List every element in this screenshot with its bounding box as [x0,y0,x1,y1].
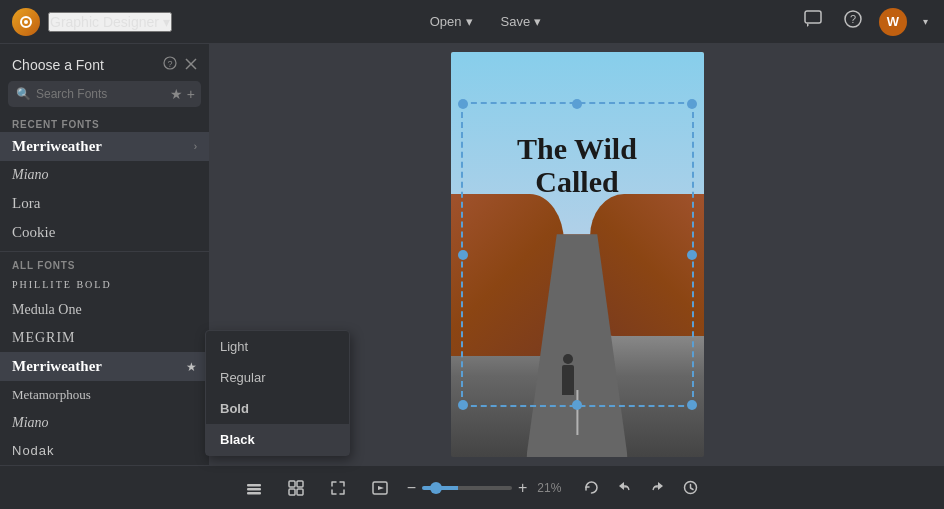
topbar-right: ? W ▾ [799,5,932,38]
font-item-lora-recent[interactable]: Lora [0,189,209,218]
zoom-percentage: 21% [533,481,565,495]
zoom-controls: − + 21% [407,479,566,497]
topbar: Graphic Designer ▾ Open ▾ Save ▾ ? W ▾ [0,0,944,44]
preview-button[interactable] [365,473,395,503]
font-weight-submenu: Light Regular Bold Black [205,330,350,456]
weight-regular[interactable]: Regular [206,362,349,393]
font-name: Medula One [12,302,82,318]
refresh-button[interactable] [577,473,606,502]
font-item-miano-recent[interactable]: Miano [0,161,209,189]
font-list: Recent Fonts Merriweather › Miano Lora C… [0,115,209,465]
app-title-chevron: ▾ [163,14,170,30]
topbar-left: Graphic Designer ▾ [12,8,172,36]
font-name: PHILLITE BOLD [12,279,112,290]
panel-header-icons: ? [163,56,197,73]
svg-point-1 [24,20,28,24]
svg-rect-2 [805,11,821,23]
open-button[interactable]: Open ▾ [420,9,483,34]
divider [0,251,209,252]
road-line [576,390,578,435]
road [526,234,627,457]
expand-button[interactable] [323,473,353,503]
font-name: Miano [12,167,49,183]
person-silhouette [562,365,574,395]
svg-rect-12 [289,481,295,487]
person-body [562,365,574,395]
layers-button[interactable] [239,473,269,503]
favorites-filter-button[interactable]: ★ [170,86,183,102]
chevron-right-icon: › [194,141,197,152]
app-title-button[interactable]: Graphic Designer ▾ [48,12,172,32]
font-name: Merriweather [12,358,102,375]
panel-header: Choose a Font ? [0,44,209,81]
canvas-text-overlay: The Wild Called [477,132,677,198]
app-title-text: Graphic Designer [50,14,159,30]
redo-button[interactable] [643,473,672,502]
font-item-miano-all[interactable]: Miano [0,409,209,437]
person-head [563,354,573,364]
svg-rect-15 [297,489,303,495]
font-name: Merriweather [12,138,102,155]
zoom-out-button[interactable]: − [407,479,416,497]
font-name: Megrim [12,330,76,346]
svg-text:?: ? [167,59,172,69]
search-bar: 🔍 ★ + [8,81,201,107]
canvas-text-line1: The Wild [477,132,677,165]
font-item-nodak[interactable]: Nodak [0,437,209,464]
topbar-center: Open ▾ Save ▾ [420,9,551,34]
panel-close-button[interactable] [185,57,197,73]
history-button[interactable] [676,473,705,502]
save-button[interactable]: Save ▾ [491,9,552,34]
font-item-phillite[interactable]: PHILLITE BOLD [0,273,209,296]
avatar[interactable]: W [879,8,907,36]
search-bar-actions: ★ + [170,86,195,102]
svg-rect-9 [247,484,261,487]
font-item-megrim[interactable]: Megrim [0,324,209,352]
undo-button[interactable] [610,473,639,502]
canvas-text-line2: Called [477,165,677,198]
chat-button[interactable] [799,5,827,38]
font-name: Metamorphous [12,387,91,403]
canvas-main-text: The Wild Called [477,132,677,198]
star-icon: ★ [186,360,197,374]
font-item-medula[interactable]: Medula One [0,296,209,324]
svg-text:?: ? [850,13,856,25]
canvas-inner: The Wild Called [451,52,704,457]
svg-rect-14 [289,489,295,495]
font-name: Cookie [12,224,55,241]
zoom-slider[interactable] [422,486,512,490]
main-content: Choose a Font ? 🔍 ★ + Recent Fonts [0,44,944,465]
font-item-merriweather-recent[interactable]: Merriweather › [0,132,209,161]
all-fonts-label: All Fonts [0,256,209,273]
panel-title: Choose a Font [12,57,104,73]
font-name: Nodak [12,443,55,458]
bottom-bar: − + 21% [0,465,944,509]
search-icon: 🔍 [16,87,31,101]
history-controls [577,473,705,502]
account-chevron[interactable]: ▾ [919,12,932,31]
grid-button[interactable] [281,473,311,503]
help-button[interactable]: ? [839,5,867,38]
panel-help-button[interactable]: ? [163,56,177,73]
svg-rect-11 [247,492,261,495]
weight-black[interactable]: Black [206,424,349,455]
font-name: Lora [12,195,40,212]
add-font-button[interactable]: + [187,86,195,102]
font-name: Miano [12,415,49,431]
weight-light[interactable]: Light [206,331,349,362]
svg-rect-13 [297,481,303,487]
road-scene [451,234,704,457]
font-panel: Choose a Font ? 🔍 ★ + Recent Fonts [0,44,210,465]
font-item-cookie-recent[interactable]: Cookie [0,218,209,247]
font-item-merriweather-all[interactable]: Merriweather ★ [0,352,209,381]
font-item-metamorphous[interactable]: Metamorphous [0,381,209,409]
recent-fonts-label: Recent Fonts [0,115,209,132]
canvas-image: The Wild Called [451,52,704,457]
weight-bold[interactable]: Bold [206,393,349,424]
zoom-in-button[interactable]: + [518,479,527,497]
svg-rect-10 [247,488,261,491]
app-logo [12,8,40,36]
